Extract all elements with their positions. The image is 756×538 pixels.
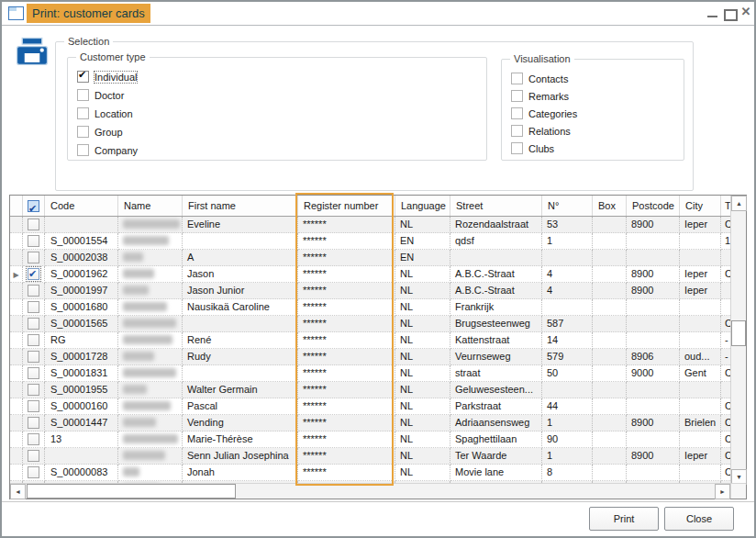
row-checkbox[interactable]: ✔ xyxy=(28,400,39,412)
column-header-city[interactable]: City xyxy=(680,196,721,216)
column-header-register-number[interactable]: Register number xyxy=(298,196,395,216)
column-header-truncated[interactable]: T xyxy=(721,196,730,216)
table-row[interactable]: ▶ ✔ S_00001680 Nausikaä Caroline ****** … xyxy=(10,299,730,316)
scroll-right-icon[interactable]: ► xyxy=(715,484,730,499)
table-row[interactable]: ▶ ✔ S_00000160 Pascal ****** NL Parkstra… xyxy=(10,398,730,415)
cell-postcode xyxy=(627,382,680,398)
row-checkbox[interactable]: ✔ xyxy=(28,466,39,478)
cell-register-number: ****** xyxy=(298,349,395,365)
table-row[interactable]: ▶ ✔ S_00001554 ****** EN qdsf 1 1 xyxy=(10,233,730,250)
checkbox[interactable]: ✔ xyxy=(511,125,523,137)
checkbox-option[interactable]: ✔ Location xyxy=(77,107,138,119)
column-header-name[interactable]: Name xyxy=(118,196,183,216)
scroll-up-icon[interactable]: ▲ xyxy=(731,196,747,211)
cell-number xyxy=(542,250,593,266)
checkbox[interactable]: ✔ xyxy=(77,107,89,119)
table-row[interactable]: ▶ ✔ S_00001447 Vending ****** NL Adriaan… xyxy=(10,415,730,432)
row-checkbox[interactable]: ✔ xyxy=(28,235,39,247)
cell-number: 1 xyxy=(542,233,593,250)
cell-truncated: 1 xyxy=(721,233,730,250)
redacted-name xyxy=(123,269,154,278)
table-row[interactable]: ▶ ✔ S_00001728 Rudy ****** NL Veurnseweg… xyxy=(10,349,730,365)
column-header-code[interactable]: Code xyxy=(45,196,118,216)
select-all-checkbox[interactable]: ✔ xyxy=(28,200,39,212)
row-indicator: ▶ xyxy=(10,283,23,299)
checkbox-option[interactable]: ✔ Categories xyxy=(511,107,577,119)
cell-first-name: A xyxy=(183,250,298,266)
checkbox-option[interactable]: ✔ Contacts xyxy=(511,73,577,84)
row-checkbox[interactable]: ✔ xyxy=(28,367,39,379)
header-select-all[interactable]: ✔ xyxy=(23,196,45,216)
row-indicator: ▶ xyxy=(10,233,23,250)
column-header-postcode[interactable]: Postcode xyxy=(627,196,680,216)
checkbox-option[interactable]: ✔ Remarks xyxy=(511,90,577,102)
cell-number: 14 xyxy=(542,332,593,349)
cell-city: Ieper xyxy=(680,283,721,299)
row-select-cell: ✔ xyxy=(23,266,45,283)
scroll-left-icon[interactable]: ◄ xyxy=(10,484,26,499)
checkbox-option[interactable]: ✔ Company xyxy=(77,144,138,156)
cell-street: qdsf xyxy=(450,233,542,250)
checkbox-option[interactable]: ✔ Individual xyxy=(77,71,138,83)
cell-street: Frankrijk xyxy=(450,299,542,316)
column-header-number[interactable]: N° xyxy=(542,196,593,216)
row-checkbox[interactable]: ✔ xyxy=(28,450,39,462)
table-row[interactable]: ▶ ✔ S_00002038 A ****** EN xyxy=(10,250,730,266)
row-checkbox[interactable]: ✔ xyxy=(28,334,39,346)
minimize-button[interactable] xyxy=(706,7,719,20)
table-row[interactable]: ▶ ✔ 13 Marie-Thérèse ****** NL Spaghetti… xyxy=(10,432,730,448)
cell-register-number: ****** xyxy=(298,365,395,382)
row-checkbox[interactable]: ✔ xyxy=(28,318,39,330)
checkbox[interactable]: ✔ xyxy=(511,73,523,84)
checkbox[interactable]: ✔ xyxy=(511,107,523,119)
table-row[interactable]: ▶ ✔ S_00001997 Jason Junior ****** NL A.… xyxy=(10,283,730,299)
cell-street: Veurnseweg xyxy=(450,349,542,365)
cell-name-redacted xyxy=(118,283,183,299)
column-header-first-name[interactable]: First name xyxy=(183,196,298,216)
checkbox[interactable]: ✔ xyxy=(511,142,523,154)
column-header-street[interactable]: Street xyxy=(450,196,542,216)
table-row[interactable]: ▶ ✔ Senn Julian Josephina ****** NL Ter … xyxy=(10,448,730,465)
cell-register-number: ****** xyxy=(298,432,395,448)
column-header-language[interactable]: Language xyxy=(395,196,450,216)
row-checkbox[interactable]: ✔ xyxy=(28,268,39,280)
table-row[interactable]: ▶ ✔ S_00001955 Walter Germain ****** NL … xyxy=(10,382,730,398)
cell-truncated: - xyxy=(721,332,730,349)
row-checkbox[interactable]: ✔ xyxy=(28,351,39,363)
checkbox[interactable]: ✔ xyxy=(511,90,523,102)
print-button[interactable]: Print xyxy=(589,507,659,531)
cell-code: S_00001680 xyxy=(45,299,118,316)
cell-register-number: ****** xyxy=(298,233,395,250)
checkbox-option[interactable]: ✔ Doctor xyxy=(77,89,138,101)
table-row[interactable]: ▶ ✔ S_00001565 ****** NL Brugsesteenweg … xyxy=(10,316,730,332)
table-row[interactable]: ▶ ✔ S_00001962 Jason ****** NL A.B.C.-St… xyxy=(10,266,730,283)
vertical-scrollbar-thumb[interactable] xyxy=(731,320,746,346)
checkbox[interactable]: ✔ xyxy=(77,89,89,101)
column-header-box[interactable]: Box xyxy=(593,196,627,216)
table-row[interactable]: ▶ ✔ RG René ****** NL Kattenstraat 14 - xyxy=(10,332,730,349)
horizontal-scrollbar-thumb[interactable] xyxy=(27,484,236,499)
close-button[interactable]: Close xyxy=(664,507,734,531)
row-checkbox[interactable]: ✔ xyxy=(28,417,39,429)
row-checkbox[interactable]: ✔ xyxy=(28,252,39,263)
checkbox[interactable]: ✔ xyxy=(77,126,89,138)
horizontal-scrollbar: ◄ ► xyxy=(10,483,730,499)
table-row[interactable]: ▶ ✔ S_00000083 Jonah ****** NL Movie lan… xyxy=(10,465,730,481)
row-checkbox[interactable]: ✔ xyxy=(28,285,39,297)
row-checkbox[interactable]: ✔ xyxy=(28,384,39,396)
table-row[interactable]: ▶ ✔ S_00001831 ****** NL straat 50 9000 … xyxy=(10,365,730,382)
maximize-button[interactable] xyxy=(723,7,736,20)
checkbox[interactable]: ✔ xyxy=(77,71,89,83)
row-checkbox[interactable]: ✔ xyxy=(28,301,39,313)
checkbox-option[interactable]: ✔ Clubs xyxy=(511,142,577,154)
checkbox-option[interactable]: ✔ Relations xyxy=(511,125,577,137)
row-checkbox[interactable]: ✔ xyxy=(28,219,39,230)
checkbox[interactable]: ✔ xyxy=(77,144,89,156)
row-select-cell: ✔ xyxy=(23,250,45,266)
checkbox-option[interactable]: ✔ Group xyxy=(77,126,138,138)
row-select-cell: ✔ xyxy=(23,415,45,432)
cell-code: RG xyxy=(45,332,118,349)
close-icon[interactable]: ✕ xyxy=(739,5,752,17)
table-row[interactable]: ▶ ✔ Eveline ****** NL Rozendaalstraat 53… xyxy=(10,217,730,233)
row-checkbox[interactable]: ✔ xyxy=(28,433,39,445)
